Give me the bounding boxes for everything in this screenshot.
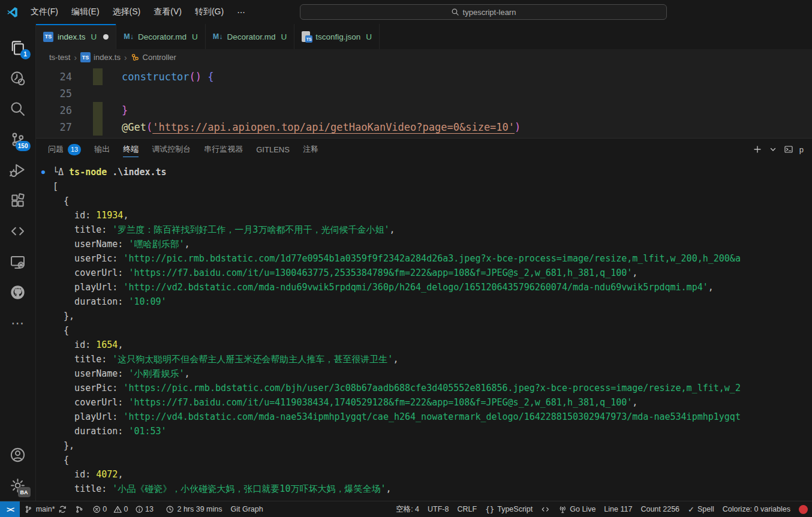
activity-item-source-control[interactable]: 150 bbox=[4, 124, 32, 155]
code-text: constructor() { bbox=[103, 68, 214, 85]
status-count-indicator[interactable]: Count 2256 bbox=[636, 501, 684, 517]
activity-item-preview-tool[interactable] bbox=[4, 63, 32, 94]
activity-item-more[interactable]: ⋯ bbox=[4, 308, 32, 338]
status-line-indicator[interactable]: Line 117 bbox=[600, 501, 636, 517]
terminal-line-13: title: '这只狗太聪明不但会帮主人掰玉米还会帮助主人推车，甚至很讲卫生', bbox=[53, 352, 812, 366]
menu-item-3[interactable]: 查看(V) bbox=[147, 4, 188, 20]
activity-item-remote-explorer[interactable] bbox=[4, 247, 32, 277]
status-indentation[interactable]: 空格: 4 bbox=[392, 501, 423, 517]
terminal-token: 'https://f7.baidu.com/it/u=4119038434,17… bbox=[128, 397, 632, 408]
status-language-mode[interactable]: {}TypeScript bbox=[481, 501, 537, 517]
ts-file-icon: TS bbox=[43, 32, 53, 42]
status-label: 空格: 4 bbox=[396, 504, 419, 515]
status-segment-value: 13 bbox=[145, 505, 154, 513]
panel-tab-0[interactable]: 问题13 bbox=[48, 139, 81, 160]
activity-item-settings[interactable]: BA bbox=[4, 470, 32, 501]
terminal-token: , bbox=[708, 282, 714, 293]
tab-index-ts-0[interactable]: TSindex.tsU bbox=[36, 24, 116, 49]
status-spell-checker[interactable]: ✓Spell bbox=[684, 501, 718, 517]
status-code-action[interactable] bbox=[537, 501, 554, 517]
tab-Decorator-md-1[interactable]: M↓Decorator.mdU bbox=[116, 24, 205, 49]
breadcrumb: ts-test›TSindex.ts›Controller bbox=[36, 49, 812, 65]
terminal-token: title: bbox=[53, 483, 112, 494]
terminal-token: 4072 bbox=[96, 469, 118, 480]
terminal-output[interactable]: ●└Δ ts-node .\index.ts[ { id: 11934, tit… bbox=[36, 160, 812, 501]
terminal-token: userPic: bbox=[53, 253, 123, 264]
breadcrumb-item-2[interactable]: Controller bbox=[131, 53, 176, 62]
menu-item-5[interactable]: ⋯ bbox=[230, 4, 252, 20]
status-notification[interactable] bbox=[795, 501, 812, 517]
menu-item-0[interactable]: 文件(F) bbox=[24, 4, 65, 20]
terminal-token: title: bbox=[53, 224, 112, 235]
vscode-window: 文件(F)编辑(E)选择(S)查看(V)转到(G)⋯ typescript-le… bbox=[0, 0, 812, 517]
remote-icon: >< bbox=[7, 505, 13, 514]
code-editor[interactable]: 24constructor() {2526}27@Get('https://ap… bbox=[36, 65, 812, 138]
status-eol[interactable]: CRLF bbox=[453, 501, 481, 517]
terminal-token: , bbox=[389, 224, 395, 235]
activity-item-search[interactable] bbox=[4, 94, 32, 124]
tab-git-status: U bbox=[91, 32, 97, 41]
code-token: { bbox=[207, 71, 213, 83]
terminal-line-10: }, bbox=[53, 309, 812, 323]
status-encoding[interactable]: UTF-8 bbox=[423, 501, 453, 517]
terminal-shell-icon[interactable] bbox=[784, 145, 793, 154]
code-text bbox=[103, 85, 122, 102]
status-commit-graph[interactable] bbox=[71, 501, 88, 517]
red-dot-icon bbox=[799, 505, 808, 514]
status-colorize[interactable]: Colorize: 0 variables bbox=[718, 501, 795, 517]
panel-tab-3[interactable]: 调试控制台 bbox=[152, 139, 191, 160]
terminal-token: [ bbox=[53, 181, 58, 192]
activity-item-account[interactable] bbox=[4, 440, 32, 470]
panel-tab-1[interactable]: 输出 bbox=[94, 139, 110, 160]
terminal-dropdown-chevron-icon[interactable] bbox=[768, 145, 778, 154]
panel-tab-2[interactable]: 终端 bbox=[123, 139, 139, 160]
status-problems-segment: 0 bbox=[113, 505, 128, 514]
panel-tab-label: 问题 bbox=[48, 144, 64, 155]
status-git-branch[interactable]: main* bbox=[20, 501, 71, 517]
clock-icon bbox=[166, 505, 175, 514]
line-number: 27 bbox=[36, 119, 72, 136]
terminal-line-5: userName: '嘿哈剧乐部', bbox=[53, 237, 812, 251]
tab-Decorator-md-2[interactable]: M↓Decorator.mdU bbox=[206, 24, 294, 49]
breadcrumb-item-0[interactable]: ts-test bbox=[49, 53, 70, 62]
terminal-token: coverUrl: bbox=[53, 397, 128, 408]
terminal-token: userPic: bbox=[53, 383, 123, 393]
new-terminal-button[interactable] bbox=[753, 145, 762, 154]
command-decoration-dot: ● bbox=[41, 165, 45, 179]
menu-item-1[interactable]: 编辑(E) bbox=[65, 4, 106, 20]
status-remote[interactable]: >< bbox=[0, 501, 20, 517]
code-token: () bbox=[190, 71, 202, 83]
activity-item-extensions[interactable] bbox=[4, 185, 32, 216]
status-label: Go Live bbox=[570, 505, 596, 513]
terminal-line-14: userName: '小刚看娱乐', bbox=[53, 366, 812, 381]
terminal-token: duration: bbox=[53, 296, 128, 307]
status-label: Line 117 bbox=[604, 505, 632, 513]
angle-brackets-icon bbox=[10, 223, 26, 239]
scope-icon bbox=[10, 70, 26, 86]
status-git-graph[interactable]: Git Graph bbox=[227, 501, 267, 517]
breadcrumb-item-1[interactable]: TSindex.ts bbox=[80, 52, 121, 62]
panel-tab-label: 注释 bbox=[303, 144, 318, 155]
activity-item-github[interactable] bbox=[4, 277, 32, 308]
panel-tab-5[interactable]: GITLENS bbox=[256, 139, 290, 160]
editor-tabs: TSindex.tsUM↓Decorator.mdUM↓Decorator.md… bbox=[36, 24, 812, 49]
status-problems[interactable]: 0013 bbox=[88, 501, 161, 517]
activity-item-code-tool[interactable] bbox=[4, 216, 32, 247]
terminal-shell-label: p bbox=[799, 145, 804, 154]
code-icon bbox=[541, 505, 550, 514]
panel-tab-4[interactable]: 串行监视器 bbox=[204, 139, 243, 160]
terminal-token: , bbox=[632, 267, 637, 278]
panel-tab-6[interactable]: 注释 bbox=[303, 139, 318, 160]
terminal-token: id: bbox=[53, 339, 96, 350]
status-time-tracker[interactable]: 2 hrs 39 mins bbox=[161, 501, 227, 517]
status-label: Spell bbox=[697, 505, 714, 513]
terminal-token: 'https://pic.rmb.bdstatic.com/bjh/user/3… bbox=[123, 383, 741, 393]
activity-item-explorer[interactable]: 1 bbox=[4, 32, 32, 63]
activity-item-run-debug[interactable] bbox=[4, 155, 32, 185]
status-go-live[interactable]: Go Live bbox=[554, 501, 600, 517]
tab-tsconfig-json-3[interactable]: TStsconfig.jsonU bbox=[294, 24, 380, 49]
menu-item-4[interactable]: 转到(G) bbox=[188, 4, 230, 20]
command-center-search[interactable]: typescript-learn bbox=[300, 4, 667, 20]
terminal-line-16: coverUrl: 'https://f7.baidu.com/it/u=411… bbox=[53, 395, 812, 410]
menu-item-2[interactable]: 选择(S) bbox=[106, 4, 148, 20]
